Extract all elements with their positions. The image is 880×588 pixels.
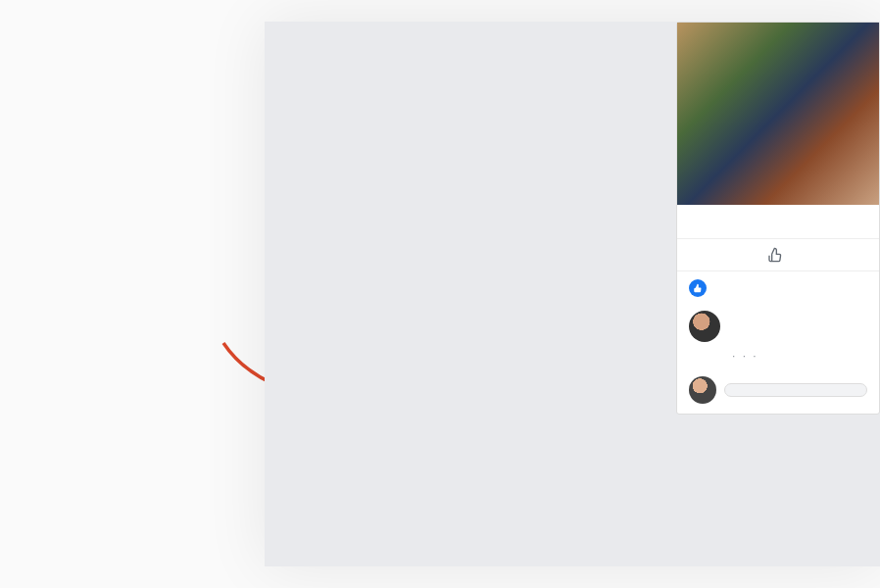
article-source	[677, 228, 879, 238]
left-sidebar	[461, 22, 657, 25]
facebook-screenshot: · · ·	[265, 22, 880, 566]
comment-input[interactable]	[724, 383, 867, 397]
comment: · · ·	[677, 305, 879, 370]
avatar[interactable]	[689, 376, 716, 404]
comment-body: · · ·	[728, 311, 760, 365]
news-feed: · · ·	[676, 22, 880, 566]
article-description	[677, 220, 879, 228]
annotation-callout	[41, 272, 257, 278]
article-title[interactable]	[677, 205, 879, 220]
article-image[interactable]	[677, 23, 879, 205]
avatar[interactable]	[689, 311, 720, 342]
thumbs-up-icon	[767, 247, 783, 263]
article-card: · · ·	[676, 22, 880, 415]
comment-input-row	[677, 370, 879, 414]
comment-meta: · · ·	[728, 348, 760, 365]
like-button[interactable]	[767, 247, 789, 263]
article-actions	[677, 238, 879, 270]
like-reaction-icon	[689, 279, 707, 297]
reactions-bar[interactable]	[677, 270, 879, 305]
